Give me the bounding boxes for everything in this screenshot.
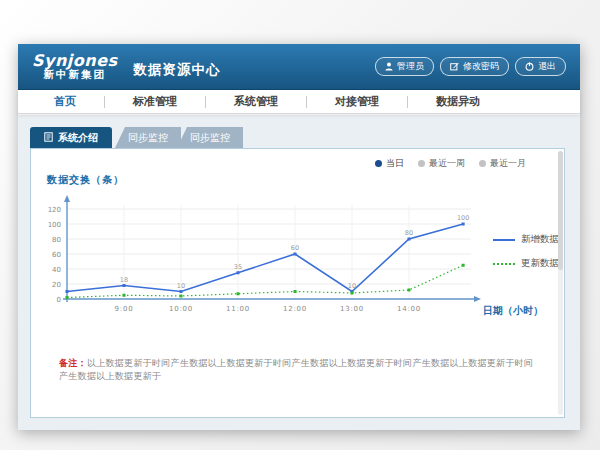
logo-subtext: 新中新集团 xyxy=(44,69,107,80)
change-password-button[interactable]: 修改密码 xyxy=(440,57,509,76)
admin-button[interactable]: 管理员 xyxy=(375,57,434,76)
radio-label: 最近一月 xyxy=(490,157,526,170)
legend-item-update-data: 更新数据 xyxy=(493,257,559,270)
nav-divider xyxy=(407,96,408,108)
nav-item-system-mgmt[interactable]: 系统管理 xyxy=(228,94,284,109)
user-toolbar: 管理员 修改密码 退出 xyxy=(375,57,566,76)
tab-system-intro[interactable]: 系统介绍 xyxy=(30,127,112,148)
svg-text:100: 100 xyxy=(457,214,469,222)
footnote-label: 备注： xyxy=(59,358,87,368)
svg-text:9:00: 9:00 xyxy=(115,305,134,313)
svg-text:10: 10 xyxy=(348,282,356,290)
chart-panel: 当日 最近一周 最近一月 数据交换（条） 0204060801001209:00… xyxy=(30,148,565,418)
y-axis-title: 数据交换（条） xyxy=(47,173,124,187)
nav-item-data-change[interactable]: 数据异动 xyxy=(430,94,486,109)
svg-text:10:00: 10:00 xyxy=(169,305,193,313)
tab-sync-monitor-1[interactable]: 同步监控 xyxy=(115,127,181,148)
radio-dot xyxy=(418,160,425,167)
scrollbar-thumb[interactable] xyxy=(558,151,563,270)
logout-button[interactable]: 退出 xyxy=(515,57,566,76)
radio-label: 当日 xyxy=(386,157,404,170)
brand-logo: Synjones 新中新集团 xyxy=(32,53,118,81)
footnote: 备注：以上数据更新于时间产生数据以上数据更新于时间产生数据以上数据更新于时间产生… xyxy=(59,357,539,382)
edit-icon xyxy=(450,62,459,71)
logo-text: Synjones xyxy=(32,53,118,70)
svg-text:11:00: 11:00 xyxy=(226,305,250,313)
tab-label: 系统介绍 xyxy=(58,131,98,145)
legend-label: 新增数据 xyxy=(521,233,559,246)
nav-item-standard-mgmt[interactable]: 标准管理 xyxy=(127,94,183,109)
svg-text:60: 60 xyxy=(52,251,61,259)
power-icon xyxy=(525,62,534,71)
svg-text:100: 100 xyxy=(48,221,61,229)
tab-label: 同步监控 xyxy=(190,131,230,145)
svg-text:10: 10 xyxy=(177,282,185,290)
radio-dot xyxy=(479,160,486,167)
svg-text:40: 40 xyxy=(52,266,61,274)
content-area: 系统介绍 同步监控 同步监控 当日 最近一周 xyxy=(18,115,580,430)
x-axis-title: 日期（小时） xyxy=(483,304,543,318)
svg-text:14:00: 14:00 xyxy=(397,305,421,313)
radio-last-week[interactable]: 最近一周 xyxy=(418,157,465,170)
svg-text:80: 80 xyxy=(52,236,61,244)
line-chart-canvas: 0204060801001209:0010:0011:0012:0013:001… xyxy=(39,191,489,319)
chart-legend: 新增数据 更新数据 xyxy=(493,233,559,270)
nav-item-home[interactable]: 首页 xyxy=(48,94,82,109)
solid-line-icon xyxy=(493,239,515,241)
radio-label: 最近一周 xyxy=(429,157,465,170)
user-icon xyxy=(385,62,393,71)
svg-text:80: 80 xyxy=(405,229,413,237)
svg-text:120: 120 xyxy=(48,206,61,214)
filter-radios: 当日 最近一周 最近一月 xyxy=(375,157,526,170)
tab-bar: 系统介绍 同步监控 同步监控 xyxy=(30,127,568,148)
dotted-line-icon xyxy=(493,263,515,265)
svg-text:12:00: 12:00 xyxy=(283,305,307,313)
nav-item-interface-mgmt[interactable]: 对接管理 xyxy=(329,94,385,109)
footnote-text: 以上数据更新于时间产生数据以上数据更新于时间产生数据以上数据更新于时间产生数据以… xyxy=(59,358,533,381)
legend-item-new-data: 新增数据 xyxy=(493,233,559,246)
nav-divider xyxy=(205,96,206,108)
radio-last-month[interactable]: 最近一月 xyxy=(479,157,526,170)
main-nav: 首页 标准管理 系统管理 对接管理 数据异动 xyxy=(18,90,580,114)
tab-label: 同步监控 xyxy=(128,131,168,145)
radio-dot xyxy=(375,160,382,167)
svg-text:60: 60 xyxy=(291,244,299,252)
document-icon xyxy=(44,132,53,144)
nav-divider xyxy=(306,96,307,108)
tab-sync-monitor-2[interactable]: 同步监控 xyxy=(177,127,243,148)
app-header: Synjones 新中新集团 数据资源中心 管理员 修改密码 退出 xyxy=(18,44,580,90)
radio-today[interactable]: 当日 xyxy=(375,157,404,170)
svg-text:35: 35 xyxy=(234,263,242,271)
change-password-button-label: 修改密码 xyxy=(463,60,499,73)
admin-button-label: 管理员 xyxy=(397,60,424,73)
svg-text:0: 0 xyxy=(57,296,61,304)
page-title: 数据资源中心 xyxy=(134,61,221,79)
screen: Synjones 新中新集团 数据资源中心 管理员 修改密码 退出 xyxy=(0,0,600,450)
svg-text:18: 18 xyxy=(120,276,128,284)
nav-divider xyxy=(104,96,105,108)
logout-button-label: 退出 xyxy=(538,60,556,73)
svg-text:13:00: 13:00 xyxy=(340,305,364,313)
panel-scrollbar[interactable] xyxy=(558,151,563,415)
legend-label: 更新数据 xyxy=(521,257,559,270)
app-window: Synjones 新中新集团 数据资源中心 管理员 修改密码 退出 xyxy=(18,44,580,430)
svg-text:20: 20 xyxy=(52,281,61,289)
